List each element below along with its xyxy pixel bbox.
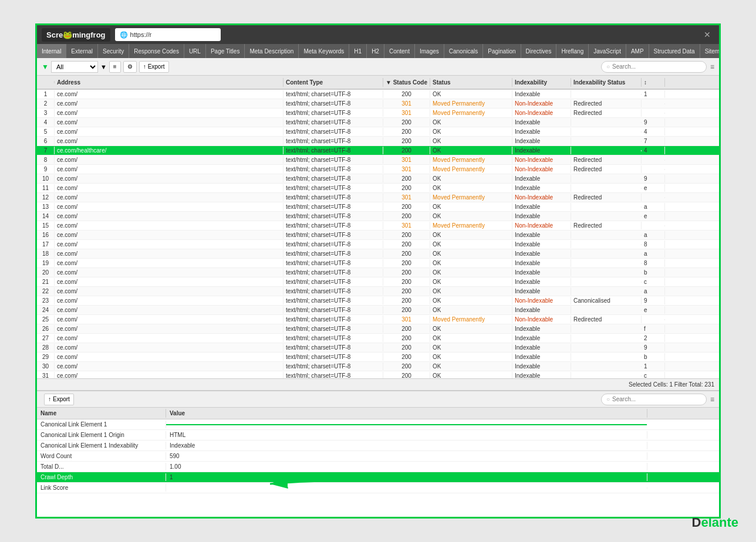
bottom-row[interactable]: Total D... 1.00 xyxy=(37,462,719,472)
tab-images[interactable]: Images xyxy=(415,44,444,58)
bottom-row[interactable]: Word Count 590 xyxy=(37,451,719,462)
table-row[interactable]: 22 ce.com/ text/html; charset=UTF-8 200 … xyxy=(37,287,719,296)
tab-sitemaps[interactable]: Sitemaps xyxy=(700,44,719,58)
table-row[interactable]: 8 ce.com/ text/html; charset=UTF-8 301 M… xyxy=(37,155,719,165)
tab-security[interactable]: Security xyxy=(98,44,129,58)
cell-num: 17 xyxy=(37,240,55,248)
table-row[interactable]: 12 ce.com/ text/html; charset=UTF-8 301 … xyxy=(37,193,719,202)
tab-pagination[interactable]: Pagination xyxy=(483,44,521,58)
tab-url[interactable]: URL xyxy=(184,44,206,58)
table-row[interactable]: 13 ce.com/ text/html; charset=UTF-8 200 … xyxy=(37,202,719,212)
table-row[interactable]: 20 ce.com/ text/html; charset=UTF-8 200 … xyxy=(37,268,719,277)
cell-content-type: text/html; charset=UTF-8 xyxy=(284,137,383,145)
grid-view-button[interactable]: ⚙ xyxy=(123,61,137,73)
table-row[interactable]: 9 ce.com/ text/html; charset=UTF-8 301 M… xyxy=(37,165,719,174)
export-button[interactable]: ↑ Export xyxy=(139,61,169,73)
table-row[interactable]: 17 ce.com/ text/html; charset=UTF-8 200 … xyxy=(37,240,719,249)
bottom-search-box[interactable]: ○ xyxy=(601,394,707,405)
th-address[interactable]: Address xyxy=(55,78,284,87)
cell-indexability: Non-Indexable xyxy=(512,316,571,323)
table-row[interactable]: 5 ce.com/ text/html; charset=UTF-8 200 O… xyxy=(37,127,719,137)
tab-meta-keywords[interactable]: Meta Keywords xyxy=(299,44,349,58)
tab-javascript[interactable]: JavaScript xyxy=(589,44,626,58)
cell-status: OK xyxy=(430,353,512,361)
table-row[interactable]: 21 ce.com/ text/html; charset=UTF-8 200 … xyxy=(37,277,719,287)
th-content-type[interactable]: Content Type xyxy=(284,78,383,87)
cell-status-code: 301 xyxy=(383,316,430,323)
table-row[interactable]: 16 ce.com/ text/html; charset=UTF-8 200 … xyxy=(37,231,719,240)
tab-page-titles[interactable]: Page Titles xyxy=(206,44,245,58)
table-row[interactable]: 27 ce.com/ text/html; charset=UTF-8 200 … xyxy=(37,334,719,343)
cell-status: OK xyxy=(430,344,512,351)
bottom-filter-lines-icon[interactable]: ≡ xyxy=(710,395,714,404)
th-indexability-status[interactable]: Indexability Status xyxy=(571,78,642,87)
table-row[interactable]: 11 ce.com/ text/html; charset=UTF-8 200 … xyxy=(37,184,719,193)
cell-extra xyxy=(642,225,665,226)
tab-amp[interactable]: AMP xyxy=(626,44,649,58)
bottom-export-button[interactable]: ↑ Export xyxy=(44,394,74,405)
close-button[interactable]: ✕ xyxy=(700,29,714,40)
bottom-row[interactable]: Canonical Link Element 1 xyxy=(37,419,719,430)
bottom-cell-name: Canonical Link Element 1 Origin xyxy=(37,431,166,439)
bottom-search-input[interactable] xyxy=(612,396,694,402)
table-row[interactable]: 10 ce.com/ text/html; charset=UTF-8 200 … xyxy=(37,174,719,184)
cell-status-code: 200 xyxy=(383,269,430,276)
cell-indexability: Indexable xyxy=(512,334,571,342)
tab-structured-data[interactable]: Structured Data xyxy=(649,44,700,58)
table-row[interactable]: 7 ce.com/healthcare/ text/html; charset=… xyxy=(37,146,719,155)
filter-lines-icon[interactable]: ≡ xyxy=(710,63,714,71)
list-view-button[interactable]: ≡ xyxy=(109,61,121,73)
cell-address: ce.com/ xyxy=(55,109,284,117)
table-row[interactable]: 2 ce.com/ text/html; charset=UTF-8 301 M… xyxy=(37,99,719,109)
tab-hreflang[interactable]: Hreflang xyxy=(556,44,589,58)
bottom-row[interactable]: Canonical Link Element 1 Indexability In… xyxy=(37,441,719,451)
cell-address: ce.com/ xyxy=(55,137,284,145)
tab-response-codes[interactable]: Response Codes xyxy=(129,44,184,58)
table-row[interactable]: 28 ce.com/ text/html; charset=UTF-8 200 … xyxy=(37,343,719,353)
bottom-row[interactable]: Crawl Depth 1 xyxy=(37,472,719,483)
th-indexability[interactable]: Indexability xyxy=(512,78,571,87)
cell-extra xyxy=(642,160,665,161)
table-row[interactable]: 6 ce.com/ text/html; charset=UTF-8 200 O… xyxy=(37,137,719,146)
table-row[interactable]: 29 ce.com/ text/html; charset=UTF-8 200 … xyxy=(37,353,719,362)
tab-canonicals[interactable]: Canonicals xyxy=(444,44,483,58)
tab-internal[interactable]: Internal xyxy=(37,44,66,58)
table-row[interactable]: 23 ce.com/ text/html; charset=UTF-8 200 … xyxy=(37,296,719,306)
tab-h1[interactable]: H1 xyxy=(349,44,367,58)
cell-indexability: Indexable xyxy=(512,175,571,182)
table-row[interactable]: 18 ce.com/ text/html; charset=UTF-8 200 … xyxy=(37,249,719,259)
cell-indexability: Indexable xyxy=(512,128,571,136)
bottom-row[interactable]: Link Score xyxy=(37,483,719,493)
search-box[interactable]: ○ xyxy=(601,61,707,73)
table-row[interactable]: 19 ce.com/ text/html; charset=UTF-8 200 … xyxy=(37,259,719,268)
tab-directives[interactable]: Directives xyxy=(521,44,557,58)
table-row[interactable]: 4 ce.com/ text/html; charset=UTF-8 200 O… xyxy=(37,118,719,127)
url-bar[interactable]: 🌐 https://r xyxy=(115,28,221,41)
cell-status-code: 301 xyxy=(383,165,430,173)
filter-dropdown[interactable]: All xyxy=(51,61,98,73)
cell-num: 31 xyxy=(37,372,55,378)
table-row[interactable]: 30 ce.com/ text/html; charset=UTF-8 200 … xyxy=(37,362,719,371)
cell-status-code: 200 xyxy=(383,287,430,295)
cell-indexability: Non-Indexable xyxy=(512,222,571,229)
cell-address: ce.com/ xyxy=(55,203,284,211)
tab-h2[interactable]: H2 xyxy=(367,44,384,58)
table-row[interactable]: 24 ce.com/ text/html; charset=UTF-8 200 … xyxy=(37,306,719,315)
tab-external[interactable]: External xyxy=(66,44,98,58)
th-status[interactable]: Status xyxy=(430,78,512,87)
cell-extra: a xyxy=(642,203,665,211)
table-row[interactable]: 31 ce.com/ text/html; charset=UTF-8 200 … xyxy=(37,371,719,378)
table-row[interactable]: 26 ce.com/ text/html; charset=UTF-8 200 … xyxy=(37,324,719,334)
logo-text: Scre xyxy=(46,31,63,39)
tab-meta-description[interactable]: Meta Description xyxy=(245,44,299,58)
tab-content[interactable]: Content xyxy=(384,44,415,58)
table-row[interactable]: 3 ce.com/ text/html; charset=UTF-8 301 M… xyxy=(37,109,719,118)
bottom-row[interactable]: Canonical Link Element 1 Origin HTML xyxy=(37,430,719,441)
table-row[interactable]: 14 ce.com/ text/html; charset=UTF-8 200 … xyxy=(37,212,719,221)
table-row[interactable]: 15 ce.com/ text/html; charset=UTF-8 301 … xyxy=(37,221,719,231)
cell-extra: c xyxy=(642,278,665,286)
table-row[interactable]: 25 ce.com/ text/html; charset=UTF-8 301 … xyxy=(37,315,719,324)
table-row[interactable]: 1 ce.com/ text/html; charset=UTF-8 200 O… xyxy=(37,90,719,99)
search-input[interactable] xyxy=(612,63,694,70)
th-status-code[interactable]: ▼ Status Code xyxy=(383,78,430,87)
